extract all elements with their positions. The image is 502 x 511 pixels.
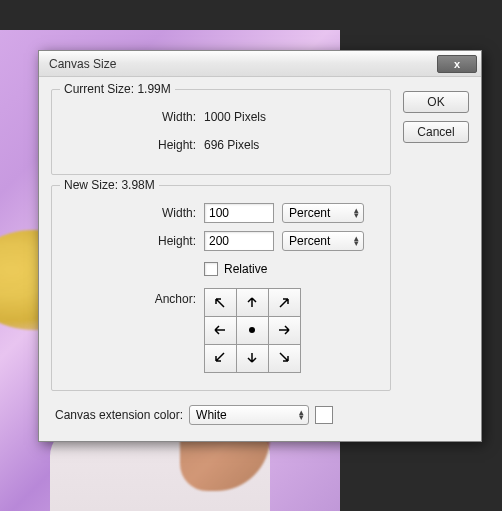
anchor-se[interactable] — [268, 344, 301, 373]
new-width-label: Width: — [64, 206, 204, 220]
current-size-legend: Current Size: 1.99M — [60, 82, 175, 96]
close-button[interactable]: x — [437, 55, 477, 73]
chevron-icon: ▴▾ — [354, 236, 359, 246]
anchor-center[interactable] — [236, 316, 269, 345]
relative-label: Relative — [224, 262, 267, 276]
arrow-nw-icon — [211, 294, 229, 310]
arrow-ne-icon — [275, 294, 293, 310]
dialog-titlebar[interactable]: Canvas Size x — [39, 51, 481, 77]
extension-color-label: Canvas extension color: — [51, 408, 183, 422]
anchor-nw[interactable] — [204, 288, 237, 317]
canvas-size-dialog: Canvas Size x OK Cancel Current Size: 1.… — [38, 50, 482, 442]
new-size-legend: New Size: 3.98M — [60, 178, 159, 192]
extension-color-select[interactable]: White▴▾ — [189, 405, 309, 425]
anchor-w[interactable] — [204, 316, 237, 345]
anchor-label: Anchor: — [64, 288, 204, 306]
anchor-center-icon — [243, 322, 261, 338]
current-width-label: Width: — [64, 110, 204, 124]
anchor-e[interactable] — [268, 316, 301, 345]
height-input[interactable] — [204, 231, 274, 251]
anchor-ne[interactable] — [268, 288, 301, 317]
anchor-n[interactable] — [236, 288, 269, 317]
current-size-group: Current Size: 1.99M Width: 1000 Pixels H… — [51, 89, 391, 175]
anchor-grid — [204, 288, 300, 372]
ok-button[interactable]: OK — [403, 91, 469, 113]
cancel-button[interactable]: Cancel — [403, 121, 469, 143]
arrow-s-icon — [243, 350, 261, 366]
arrow-sw-icon — [211, 350, 229, 366]
current-height-value: 696 Pixels — [204, 138, 259, 152]
arrow-w-icon — [211, 322, 229, 338]
anchor-sw[interactable] — [204, 344, 237, 373]
arrow-se-icon — [275, 350, 293, 366]
anchor-s[interactable] — [236, 344, 269, 373]
chevron-icon: ▴▾ — [354, 208, 359, 218]
current-height-label: Height: — [64, 138, 204, 152]
chevron-icon: ▴▾ — [299, 410, 304, 420]
dialog-title: Canvas Size — [49, 57, 437, 71]
arrow-e-icon — [275, 322, 293, 338]
width-unit-select[interactable]: Percent▴▾ — [282, 203, 364, 223]
width-input[interactable] — [204, 203, 274, 223]
new-size-group: New Size: 3.98M Width: Percent▴▾ Height:… — [51, 185, 391, 391]
new-height-label: Height: — [64, 234, 204, 248]
current-width-value: 1000 Pixels — [204, 110, 266, 124]
arrow-n-icon — [243, 294, 261, 310]
extension-color-swatch[interactable] — [315, 406, 333, 424]
svg-point-0 — [249, 327, 255, 333]
relative-checkbox[interactable] — [204, 262, 218, 276]
height-unit-select[interactable]: Percent▴▾ — [282, 231, 364, 251]
